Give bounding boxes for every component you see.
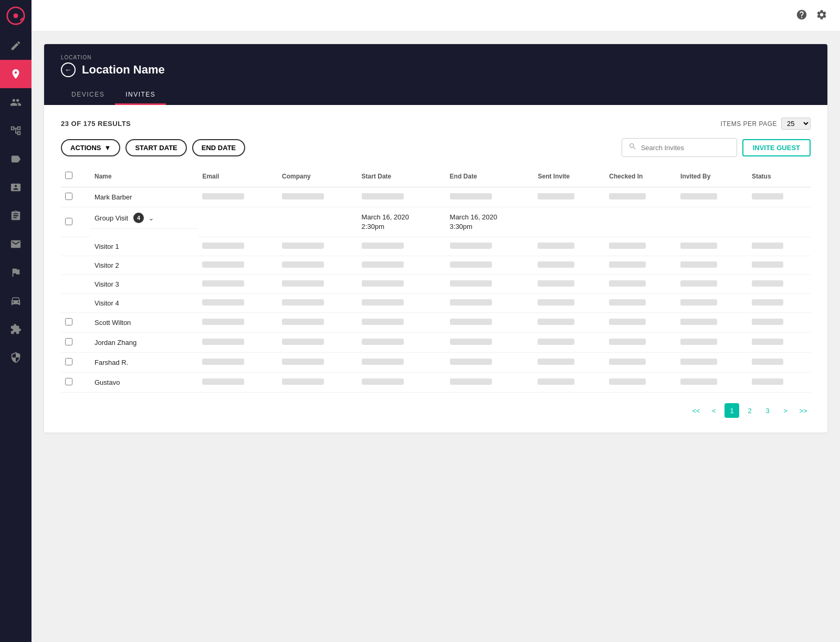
visitor-row: Visitor 3 bbox=[61, 275, 811, 294]
table-row: Scott Wilton bbox=[61, 313, 811, 333]
row-checkbox[interactable] bbox=[65, 378, 72, 385]
back-button[interactable]: ← bbox=[61, 62, 76, 77]
invite-guest-button[interactable]: INVITE GUEST bbox=[742, 139, 811, 156]
g-start-skeleton bbox=[362, 378, 404, 385]
search-box bbox=[622, 138, 737, 157]
table-row-group: Group Visit 4 ⌄ March 16, 20202:30pm Mar… bbox=[61, 207, 811, 237]
prev-page-button[interactable]: < bbox=[707, 403, 721, 418]
tab-devices[interactable]: DEVICES bbox=[61, 86, 115, 105]
next-page-button[interactable]: > bbox=[778, 403, 793, 418]
col-checked-in: Checked In bbox=[605, 167, 676, 187]
col-invited-by: Invited By bbox=[676, 167, 748, 187]
v1-checkin-skeleton bbox=[609, 243, 646, 249]
v4-sent-skeleton bbox=[538, 299, 574, 306]
data-table: Name Email Company Start Date End Date S… bbox=[61, 167, 811, 393]
table-header-row: Name Email Company Start Date End Date S… bbox=[61, 167, 811, 187]
first-page-button[interactable]: << bbox=[689, 403, 704, 418]
fr-status-skeleton bbox=[752, 359, 783, 365]
row-name: Jordan Zhang bbox=[90, 333, 198, 353]
row-sent-invite-skeleton bbox=[538, 193, 574, 199]
v1-company-skeleton bbox=[282, 243, 324, 249]
help-icon[interactable] bbox=[796, 9, 807, 23]
sidebar-item-badge[interactable] bbox=[0, 173, 32, 202]
app-logo[interactable] bbox=[0, 0, 32, 31]
fr-email-skeleton bbox=[202, 359, 244, 365]
sw-invited-skeleton bbox=[680, 319, 717, 325]
v4-checkin-skeleton bbox=[609, 299, 646, 306]
page-3-button[interactable]: 3 bbox=[760, 403, 775, 418]
v3-checkin-skeleton bbox=[609, 280, 646, 287]
visitor-row: Visitor 1 bbox=[61, 237, 811, 256]
row-checkbox[interactable] bbox=[65, 358, 72, 365]
start-date-button[interactable]: START DATE bbox=[125, 139, 186, 156]
row-checkbox[interactable] bbox=[65, 318, 72, 325]
col-sent-invite: Sent Invite bbox=[533, 167, 605, 187]
v2-email-skeleton bbox=[202, 261, 244, 268]
actions-button[interactable]: ACTIONS ▼ bbox=[61, 139, 120, 156]
sw-start-skeleton bbox=[362, 319, 404, 325]
v1-email-skeleton bbox=[202, 243, 244, 249]
row-name: Scott Wilton bbox=[90, 313, 198, 333]
page-1-button[interactable]: 1 bbox=[724, 403, 739, 418]
sidebar-item-people[interactable] bbox=[0, 88, 32, 117]
row-email-skeleton bbox=[202, 193, 244, 199]
group-expand-button[interactable]: ⌄ bbox=[148, 214, 154, 222]
page-2-button[interactable]: 2 bbox=[742, 403, 757, 418]
group-row-name: Group Visit 4 ⌄ bbox=[90, 207, 198, 229]
jz-company-skeleton bbox=[282, 339, 324, 345]
g-sent-skeleton bbox=[538, 378, 574, 385]
group-visit-label: Group Visit bbox=[94, 214, 128, 222]
end-date-button[interactable]: END DATE bbox=[192, 139, 245, 156]
settings-icon[interactable] bbox=[816, 9, 827, 23]
sidebar-item-edit[interactable] bbox=[0, 31, 32, 60]
sidebar-item-tag[interactable] bbox=[0, 145, 32, 173]
fr-end-skeleton bbox=[450, 359, 492, 365]
row-invited-by-skeleton bbox=[680, 193, 717, 199]
table-toolbar: 23 OF 175 RESULTS ITEMS PER PAGE 25 50 1… bbox=[61, 118, 811, 130]
sidebar-item-hierarchy[interactable] bbox=[0, 117, 32, 145]
group-status bbox=[748, 207, 811, 237]
table-row: Jordan Zhang bbox=[61, 333, 811, 353]
sidebar-item-flag[interactable] bbox=[0, 258, 32, 287]
sidebar-item-clipboard[interactable] bbox=[0, 202, 32, 230]
sidebar-item-vehicle[interactable] bbox=[0, 287, 32, 315]
sidebar-item-location[interactable] bbox=[0, 60, 32, 88]
group-row-checkbox[interactable] bbox=[65, 218, 72, 225]
v1-sent-skeleton bbox=[538, 243, 574, 249]
row-checkbox[interactable] bbox=[65, 338, 72, 345]
sidebar-item-shield[interactable] bbox=[0, 343, 32, 372]
last-page-button[interactable]: >> bbox=[796, 403, 811, 418]
sidebar-item-mail[interactable] bbox=[0, 230, 32, 258]
topbar bbox=[32, 0, 840, 31]
items-per-page-select[interactable]: 25 50 100 bbox=[781, 118, 811, 130]
g-end-skeleton bbox=[450, 378, 492, 385]
v1-start-skeleton bbox=[362, 243, 404, 249]
sidebar-item-puzzle[interactable] bbox=[0, 315, 32, 343]
tab-invites[interactable]: INVITES bbox=[115, 86, 166, 105]
jz-end-skeleton bbox=[450, 339, 492, 345]
location-title: Location Name bbox=[82, 63, 165, 77]
search-input[interactable] bbox=[641, 144, 730, 152]
g-email-skeleton bbox=[202, 378, 244, 385]
v2-company-skeleton bbox=[282, 261, 324, 268]
g-checkin-skeleton bbox=[609, 378, 646, 385]
visitor-row: Visitor 4 bbox=[61, 294, 811, 313]
group-invited-by bbox=[676, 207, 748, 237]
actions-chevron-icon: ▼ bbox=[104, 144, 111, 152]
col-company: Company bbox=[278, 167, 358, 187]
sw-end-skeleton bbox=[450, 319, 492, 325]
row-checkbox[interactable] bbox=[65, 193, 72, 200]
select-all-checkbox[interactable] bbox=[65, 172, 72, 179]
v2-end-skeleton bbox=[450, 261, 492, 268]
visitor-name: Visitor 4 bbox=[90, 294, 198, 313]
col-start-date: Start Date bbox=[358, 167, 446, 187]
v3-start-skeleton bbox=[362, 280, 404, 287]
row-checked-in-skeleton bbox=[609, 193, 646, 199]
fr-invited-skeleton bbox=[680, 359, 717, 365]
v2-start-skeleton bbox=[362, 261, 404, 268]
items-per-page-label: ITEMS PER PAGE bbox=[721, 120, 777, 128]
col-status: Status bbox=[748, 167, 811, 187]
row-company-skeleton bbox=[282, 193, 324, 199]
results-count: 23 OF 175 RESULTS bbox=[61, 120, 131, 128]
content-area: LOCATION ← Location Name DEVICES INVITES… bbox=[32, 31, 840, 642]
